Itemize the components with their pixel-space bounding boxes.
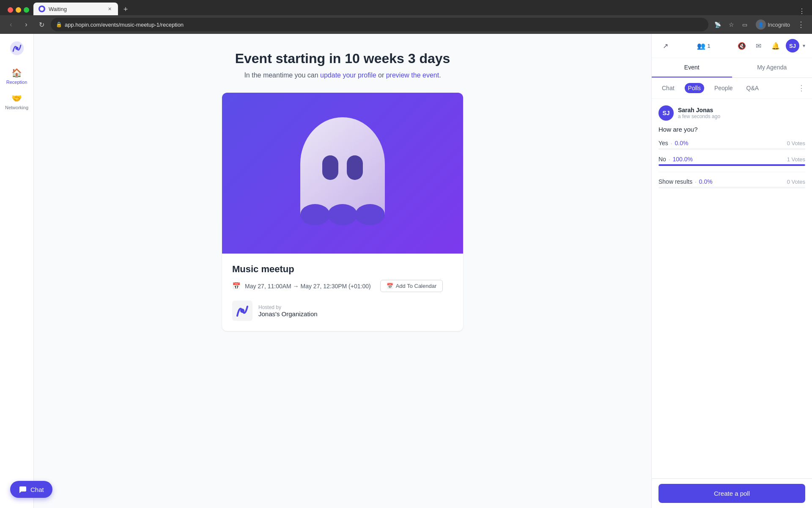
event-date-row: 📅 May 27, 11:00AM → May 27, 12:30PM (+01… bbox=[232, 280, 453, 292]
poll-author-avatar: SJ bbox=[658, 105, 674, 121]
or-text: or bbox=[376, 72, 386, 79]
poll-option-results-pct: 0.0% bbox=[699, 178, 713, 185]
forward-btn[interactable]: › bbox=[20, 19, 32, 30]
maximize-window-btn[interactable] bbox=[24, 7, 29, 13]
event-card: Music meetup 📅 May 27, 11:00AM → May 27,… bbox=[222, 93, 463, 331]
tab-close-btn[interactable]: ✕ bbox=[106, 6, 113, 12]
event-banner bbox=[222, 93, 463, 254]
svg-point-6 bbox=[328, 204, 357, 225]
chat-open-btn[interactable]: Chat bbox=[10, 481, 52, 498]
svg-point-5 bbox=[300, 204, 330, 225]
add-calendar-btn[interactable]: 📅 Add To Calendar bbox=[380, 280, 443, 292]
poll-bar-yes-track bbox=[658, 148, 805, 150]
svg-point-0 bbox=[40, 7, 44, 11]
poll-question: How are you? bbox=[658, 126, 805, 133]
sidebar-item-networking[interactable]: 🤝 Networking bbox=[2, 90, 32, 113]
event-subtitle: In the meantime you can update your prof… bbox=[244, 72, 441, 79]
active-tab[interactable]: Waiting ✕ bbox=[33, 3, 118, 15]
poll-option-results-votes: 0 Votes bbox=[787, 179, 805, 185]
poll-option-yes: Yes · 0.0% 0 Votes bbox=[658, 140, 805, 150]
add-calendar-label: Add To Calendar bbox=[396, 283, 437, 289]
tab-event[interactable]: Event bbox=[652, 58, 732, 77]
sidebar-item-networking-label: Networking bbox=[5, 105, 28, 110]
chat-icon bbox=[19, 485, 27, 494]
host-info: Hosted by Jonas's Organization bbox=[258, 304, 318, 318]
sub-tabs: Chat Polls People Q&A ⋮ bbox=[652, 78, 812, 99]
close-window-btn[interactable] bbox=[8, 7, 13, 13]
poll-option-no-pct: 100.0% bbox=[673, 156, 693, 163]
poll-option-yes-label: Yes bbox=[658, 140, 668, 146]
browser-menu-btn[interactable]: ⋮ bbox=[795, 19, 807, 30]
share-btn[interactable]: ↗ bbox=[658, 40, 672, 52]
user-avatar[interactable]: SJ bbox=[786, 39, 799, 52]
networking-icon: 🤝 bbox=[11, 93, 22, 103]
poll-bar-no-fill bbox=[658, 164, 805, 166]
panel-footer: Create a poll bbox=[652, 478, 812, 508]
panel-header: ↗ 👥 1 🔇 ✉ 🔔 SJ ▾ bbox=[652, 34, 812, 58]
sidebar-item-reception[interactable]: 🏠 Reception bbox=[2, 64, 32, 88]
host-name: Jonas's Organization bbox=[258, 310, 318, 318]
tab-favicon bbox=[38, 6, 45, 12]
sub-tabs-more-btn[interactable]: ⋮ bbox=[798, 83, 805, 93]
svg-point-7 bbox=[355, 204, 385, 225]
panel-header-actions: 🔇 ✉ 🔔 SJ ▾ bbox=[735, 39, 805, 52]
sidebar-item-reception-label: Reception bbox=[6, 80, 27, 85]
chat-btn-label: Chat bbox=[30, 486, 44, 493]
preview-event-link[interactable]: preview the event bbox=[386, 72, 439, 79]
event-name: Music meetup bbox=[232, 264, 453, 275]
sub-tab-chat[interactable]: Chat bbox=[658, 83, 678, 93]
security-icon: 🔒 bbox=[56, 22, 62, 28]
host-row: Hosted by Jonas's Organization bbox=[232, 301, 453, 321]
poll-author-info: Sarah Jonas a few seconds ago bbox=[678, 107, 720, 119]
tab-overflow[interactable]: ⋮ bbox=[798, 7, 809, 15]
subtitle-prefix: In the meantime you can bbox=[244, 72, 320, 79]
reception-icon: 🏠 bbox=[11, 68, 22, 78]
create-poll-btn[interactable]: Create a poll bbox=[658, 484, 805, 503]
toolbar-actions: 📡 ☆ ▭ 👤 Incognito ⋮ bbox=[712, 18, 807, 31]
poll-bar-no-track bbox=[658, 164, 805, 166]
sub-tab-people[interactable]: People bbox=[711, 83, 736, 93]
main-content: Event starting in 10 weeks 3 days In the… bbox=[34, 34, 651, 508]
profile-btn[interactable]: 👤 Incognito bbox=[752, 18, 793, 31]
hopin-logo[interactable] bbox=[8, 39, 26, 58]
poll-option-no-label: No bbox=[658, 156, 666, 163]
poll-option-yes-pct: 0.0% bbox=[675, 140, 688, 146]
audio-btn[interactable]: 🔇 bbox=[735, 39, 749, 52]
browser-tab-bar: Waiting ✕ + ⋮ bbox=[0, 0, 812, 15]
chat-widget: Chat bbox=[10, 481, 52, 498]
sub-tab-polls[interactable]: Polls bbox=[685, 83, 704, 93]
profile-avatar: 👤 bbox=[756, 19, 766, 30]
event-countdown: Event starting in 10 weeks 3 days bbox=[235, 51, 450, 66]
profile-label: Incognito bbox=[768, 22, 790, 28]
tab-title: Waiting bbox=[49, 6, 103, 12]
tab-my-agenda[interactable]: My Agenda bbox=[732, 58, 812, 77]
svg-point-2 bbox=[15, 47, 18, 50]
poll-author-name: Sarah Jonas bbox=[678, 107, 720, 113]
poll-author-time: a few seconds ago bbox=[678, 113, 720, 119]
add-calendar-icon: 📅 bbox=[387, 283, 393, 289]
mail-btn[interactable]: ✉ bbox=[752, 39, 765, 52]
cast-btn[interactable]: 📡 bbox=[712, 19, 724, 30]
address-text: app.hopin.com/events/music-meetup-1/rece… bbox=[65, 22, 184, 28]
attendee-number: 1 bbox=[707, 43, 710, 49]
bookmark-btn[interactable]: ☆ bbox=[725, 19, 737, 30]
svg-point-11 bbox=[240, 309, 244, 313]
poll-option-no-votes: 1 Votes bbox=[787, 156, 805, 163]
notification-btn[interactable]: 🔔 bbox=[769, 39, 782, 52]
poll-divider bbox=[658, 172, 805, 172]
sub-tab-qa[interactable]: Q&A bbox=[743, 83, 763, 93]
new-tab-btn[interactable]: + bbox=[120, 3, 132, 15]
attendees-count: 👥 1 bbox=[697, 42, 710, 50]
calendar-icon: 📅 bbox=[232, 282, 241, 290]
poll-bar-results-track bbox=[658, 187, 805, 188]
update-profile-link[interactable]: update your profile bbox=[320, 72, 376, 79]
browser-toolbar: ‹ › ↻ 🔒 app.hopin.com/events/music-meetu… bbox=[0, 15, 812, 34]
back-btn[interactable]: ‹ bbox=[5, 19, 17, 30]
reload-btn[interactable]: ↻ bbox=[36, 19, 47, 30]
user-menu-chevron[interactable]: ▾ bbox=[803, 43, 805, 49]
address-bar[interactable]: 🔒 app.hopin.com/events/music-meetup-1/re… bbox=[51, 18, 708, 31]
minimize-window-btn[interactable] bbox=[16, 7, 21, 13]
sidebar: 🏠 Reception 🤝 Networking bbox=[0, 34, 34, 508]
right-panel: ↗ 👥 1 🔇 ✉ 🔔 SJ ▾ Event My Agenda bbox=[651, 34, 812, 508]
split-view-btn[interactable]: ▭ bbox=[739, 19, 751, 30]
